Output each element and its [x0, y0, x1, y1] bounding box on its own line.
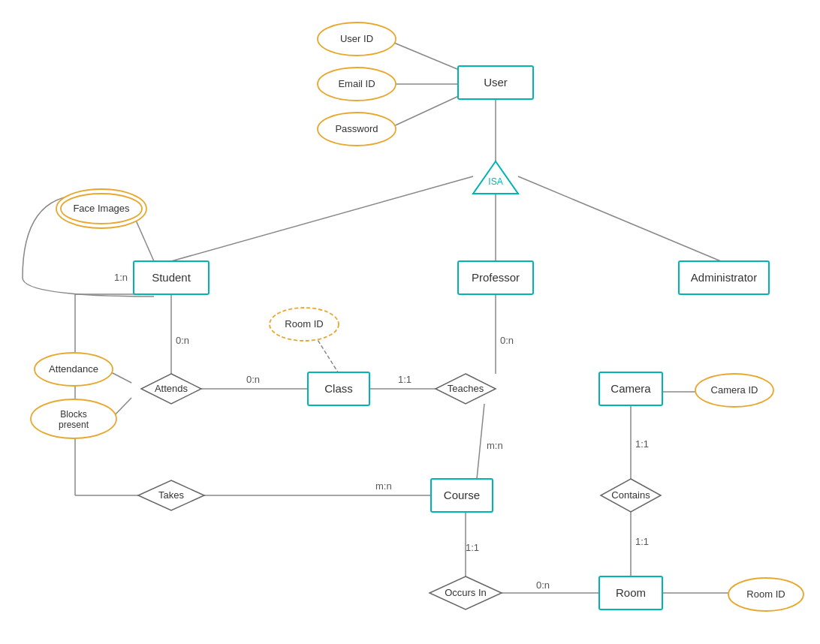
svg-line-3	[518, 176, 721, 261]
svg-text:0:n: 0:n	[500, 335, 514, 346]
svg-text:1:1: 1:1	[398, 374, 412, 385]
camera-id-label: Camera ID	[711, 384, 758, 396]
isa-label: ISA	[488, 176, 502, 187]
contains-label: Contains	[611, 489, 650, 501]
attendance-label: Attendance	[49, 363, 98, 375]
class-label: Class	[324, 382, 353, 395]
svg-line-10	[111, 372, 131, 383]
svg-text:0:n: 0:n	[176, 335, 189, 346]
occurs-in-label: Occurs In	[445, 587, 487, 598]
svg-text:1:1: 1:1	[466, 542, 479, 553]
user-label: User	[484, 76, 508, 89]
er-diagram: 1:n 0:n 0:n 1:1 0:n m:n m:n 1:1 1:1 0:n …	[0, 0, 820, 644]
blocks-present-label2: present	[59, 420, 89, 430]
attends-label: Attends	[155, 383, 188, 394]
svg-line-15	[477, 404, 484, 479]
svg-text:1:1: 1:1	[635, 536, 649, 547]
svg-line-1	[171, 176, 473, 261]
room-label: Room	[616, 586, 646, 599]
email-id-label: Email ID	[338, 78, 375, 89]
administrator-label: Administrator	[691, 271, 757, 284]
svg-text:m:n: m:n	[375, 480, 392, 492]
svg-text:m:n: m:n	[487, 440, 503, 451]
svg-text:0:n: 0:n	[246, 374, 260, 385]
course-label: Course	[444, 489, 480, 501]
professor-label: Professor	[472, 271, 520, 284]
student-label: Student	[152, 271, 191, 284]
takes-label: Takes	[158, 489, 184, 501]
room-id-label: Room ID	[746, 588, 785, 600]
camera-label: Camera	[610, 382, 651, 395]
svg-text:0:n: 0:n	[536, 579, 550, 591]
blocks-present-label1: Blocks	[60, 409, 86, 420]
room-id-class-label: Room ID	[285, 318, 323, 330]
face-images-label: Face Images	[73, 203, 130, 214]
svg-text:1:1: 1:1	[635, 438, 649, 450]
user-id-label: User ID	[340, 33, 373, 44]
svg-text:1:n: 1:n	[114, 272, 128, 283]
teaches-label: Teaches	[448, 383, 484, 394]
password-label: Password	[335, 123, 378, 134]
